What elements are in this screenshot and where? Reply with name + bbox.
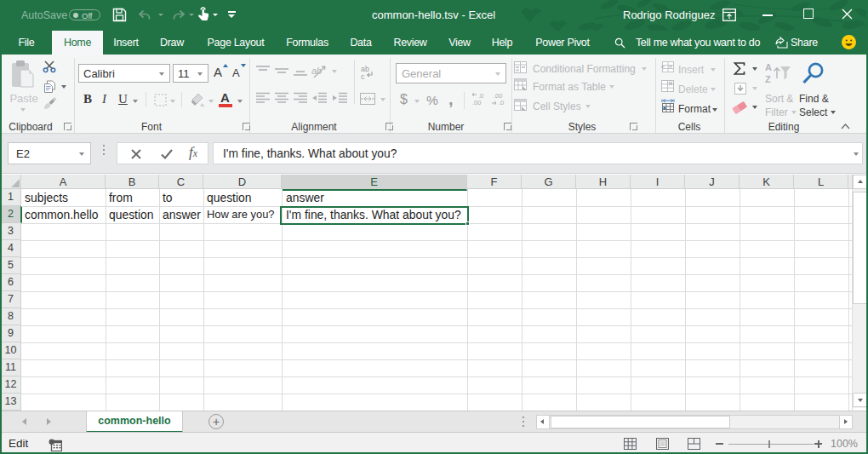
svg-text:A: A: [765, 62, 772, 72]
svg-text:.0: .0: [499, 99, 504, 106]
svg-text:c: c: [361, 72, 365, 80]
svg-text:.00: .00: [472, 99, 481, 106]
svg-text:Z: Z: [765, 74, 771, 84]
